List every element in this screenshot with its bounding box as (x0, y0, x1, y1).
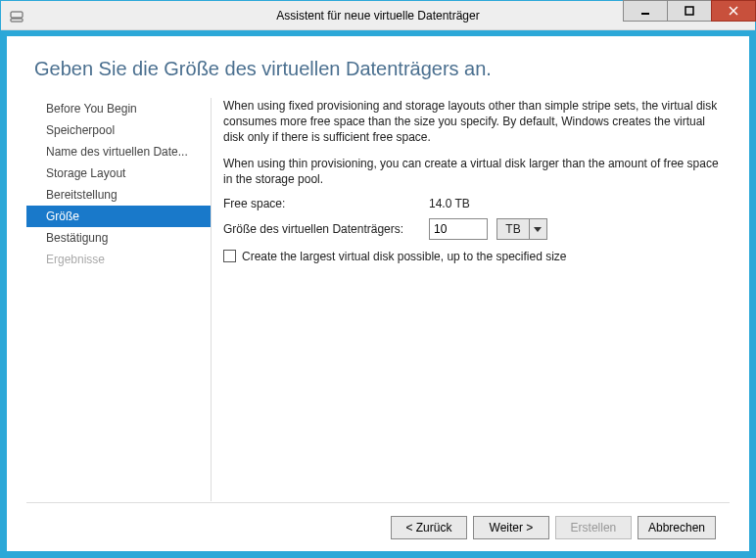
size-input[interactable] (429, 218, 488, 240)
panel: When using fixed provisioning and storag… (223, 98, 730, 501)
svg-marker-6 (534, 227, 542, 232)
main-area: Before You Begin Speicherpool Name des v… (26, 98, 730, 502)
page-title: Geben Sie die Größe des virtuellen Daten… (34, 58, 730, 80)
cancel-button[interactable]: Abbrechen (638, 516, 716, 539)
minimize-icon (640, 6, 650, 16)
svg-rect-0 (11, 12, 23, 18)
free-space-value: 14.0 TB (429, 197, 470, 210)
info-text-2: When using thin provisioning, you can cr… (223, 156, 720, 187)
content-inner: Geben Sie die Größe des virtuellen Daten… (7, 36, 749, 551)
vertical-divider (211, 98, 212, 501)
sidebar-item-groesse[interactable]: Größe (26, 206, 211, 227)
svg-rect-1 (11, 19, 23, 22)
create-button: Erstellen (555, 516, 632, 539)
info-text-1: When using fixed provisioning and storag… (223, 98, 720, 146)
chevron-down-icon (534, 225, 542, 233)
unit-value: TB (496, 218, 529, 240)
free-space-row: Free space: 14.0 TB (223, 197, 720, 210)
close-icon (729, 6, 738, 16)
maximize-icon (685, 6, 694, 16)
svg-rect-3 (685, 7, 693, 15)
largest-disk-checkbox-row[interactable]: Create the largest virtual disk possible… (223, 250, 720, 263)
minimize-button[interactable] (623, 0, 668, 22)
sidebar-item-bereitstellung[interactable]: Bereitstellung (26, 184, 211, 206)
content-frame: Geben Sie die Größe des virtuellen Daten… (1, 30, 755, 557)
sidebar-item-before-you-begin[interactable]: Before You Begin (26, 98, 211, 119)
size-label: Größe des virtuellen Datenträgers: (223, 222, 429, 236)
sidebar-item-name[interactable]: Name des virtuellen Date... (26, 141, 211, 163)
close-button[interactable] (711, 0, 756, 22)
largest-disk-checkbox[interactable] (223, 250, 236, 262)
unit-selector[interactable]: TB (496, 218, 546, 240)
free-space-label: Free space: (223, 197, 429, 210)
size-controls: TB (429, 218, 547, 240)
titlebar: Assistent für neue virtuelle Datenträger (1, 1, 755, 30)
sidebar-item-speicherpool[interactable]: Speicherpool (26, 119, 211, 141)
window-controls (623, 1, 755, 29)
sidebar-item-bestaetigung[interactable]: Bestätigung (26, 227, 211, 249)
wizard-sidebar: Before You Begin Speicherpool Name des v… (26, 98, 211, 501)
wizard-window: Assistent für neue virtuelle Datenträger… (0, 0, 756, 558)
size-row: Größe des virtuellen Datenträgers: TB (223, 218, 720, 240)
unit-dropdown-button[interactable] (530, 218, 547, 240)
sidebar-item-ergebnisse: Ergebnisse (26, 249, 211, 270)
button-bar: < Zurück Weiter > Erstellen Abbrechen (26, 502, 730, 551)
maximize-button[interactable] (667, 0, 712, 22)
sidebar-item-storage-layout[interactable]: Storage Layout (26, 163, 211, 184)
app-icon (9, 8, 24, 23)
next-button[interactable]: Weiter > (473, 516, 549, 539)
back-button[interactable]: < Zurück (391, 516, 467, 539)
largest-disk-label: Create the largest virtual disk possible… (242, 250, 567, 263)
